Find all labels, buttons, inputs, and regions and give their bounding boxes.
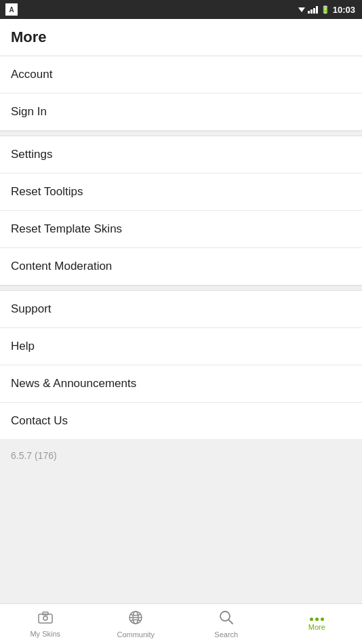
menu-item-help-label: Help (11, 340, 35, 353)
my-skins-icon (38, 611, 53, 628)
community-icon (128, 610, 143, 628)
nav-label-more: More (308, 623, 325, 631)
signal-bars (308, 5, 318, 14)
bottom-nav: My Skins Community Search (0, 603, 362, 644)
status-bar: A 🔋 10:03 (0, 0, 362, 19)
nav-item-search[interactable]: Search (181, 606, 272, 643)
svg-line-7 (228, 620, 233, 624)
menu-item-content-moderation[interactable]: Content Moderation (0, 248, 362, 285)
nav-item-my-skins[interactable]: My Skins (0, 607, 91, 642)
version-text: 6.5.7 (176) (11, 450, 57, 461)
menu-item-reset-tooltips[interactable]: Reset Tooltips (0, 174, 362, 211)
menu-section: Account Sign In Settings Reset Tooltips … (0, 56, 362, 440)
nav-label-community: Community (117, 630, 155, 639)
section-divider-1 (0, 131, 362, 136)
menu-item-sign-in-label: Sign In (11, 105, 47, 118)
svg-rect-0 (39, 614, 52, 623)
more-icon (310, 618, 324, 621)
menu-item-support-label: Support (11, 302, 52, 315)
page-title: More (11, 28, 47, 45)
nav-item-community[interactable]: Community (91, 606, 182, 643)
menu-item-news-announcements[interactable]: News & Announcements (0, 365, 362, 403)
status-bar-right: 🔋 10:03 (298, 5, 355, 15)
menu-item-support[interactable]: Support (0, 291, 362, 328)
app-icon: A (5, 3, 18, 16)
svg-rect-2 (43, 612, 48, 615)
signal-icon (298, 7, 305, 12)
menu-item-sign-in[interactable]: Sign In (0, 94, 362, 131)
menu-item-news-announcements-label: News & Announcements (11, 377, 136, 390)
svg-point-1 (43, 616, 47, 620)
menu-item-account[interactable]: Account (0, 56, 362, 94)
menu-item-account-label: Account (11, 68, 52, 81)
page-header: More (0, 19, 362, 56)
menu-item-settings[interactable]: Settings (0, 136, 362, 174)
nav-label-search: Search (214, 630, 238, 639)
nav-item-more[interactable]: More (272, 613, 363, 635)
menu-item-contact-us[interactable]: Contact Us (0, 403, 362, 440)
section-divider-2 (0, 285, 362, 291)
nav-label-my-skins: My Skins (30, 630, 60, 638)
menu-item-contact-us-label: Contact Us (11, 414, 68, 427)
menu-item-content-moderation-label: Content Moderation (11, 260, 112, 273)
search-icon (219, 610, 234, 628)
status-time: 10:03 (333, 5, 355, 15)
menu-item-help[interactable]: Help (0, 328, 362, 365)
menu-item-reset-tooltips-label: Reset Tooltips (11, 185, 83, 198)
status-bar-left: A (5, 3, 18, 16)
menu-item-reset-template-skins[interactable]: Reset Template Skins (0, 211, 362, 248)
menu-item-settings-label: Settings (11, 148, 52, 161)
battery-icon: 🔋 (321, 5, 330, 14)
menu-item-reset-template-skins-label: Reset Template Skins (11, 222, 122, 235)
